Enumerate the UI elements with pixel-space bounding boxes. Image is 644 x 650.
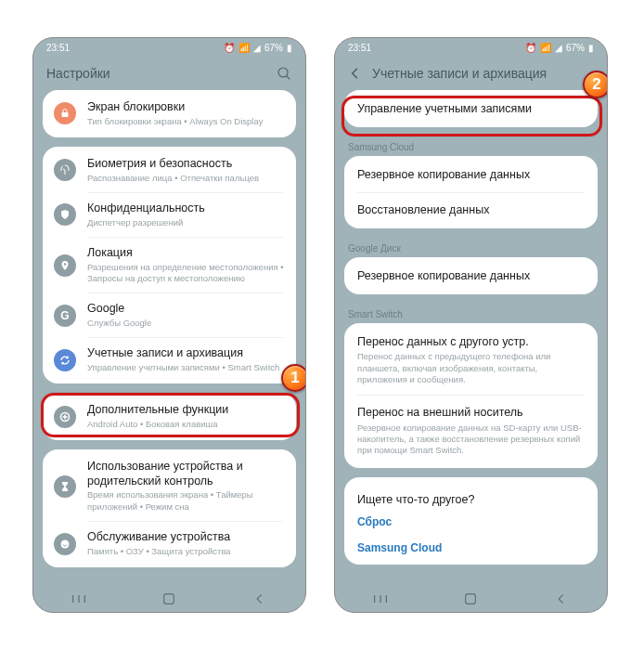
row-subtitle: Резервное копирование данных на SD-карту…: [357, 422, 585, 457]
card: Резервное копирование данных Восстановле…: [344, 156, 598, 228]
svg-rect-2: [62, 112, 69, 117]
nav-back[interactable]: [251, 590, 269, 608]
row-title: Перенос на внешний носитель: [357, 405, 585, 420]
finger-icon: [54, 159, 76, 181]
sync-icon: [54, 349, 76, 371]
section-samsung-cloud: Samsung Cloud: [344, 136, 598, 156]
shield-icon: [54, 203, 76, 226]
row-title: Управление учетными записями: [357, 101, 585, 116]
card: Управление учетными записями: [344, 90, 598, 127]
accounts-list[interactable]: Управление учетными записями Samsung Clo…: [335, 90, 607, 586]
status-right: ⏰ 📶 ◢ 67% ▮: [224, 43, 292, 53]
nav-back[interactable]: [552, 590, 571, 608]
card: Дополнительные функции Android Auto • Бо…: [43, 393, 296, 440]
back-button[interactable]: [348, 66, 363, 81]
signal-icon: ◢: [555, 43, 562, 53]
status-bar: 23:51 ⏰ 📶 ◢ 67% ▮: [335, 38, 607, 57]
link-reset[interactable]: Сброс: [344, 509, 598, 535]
card: Биометрия и безопасность Распознавание л…: [43, 147, 296, 384]
row-subtitle: Тип блокировки экрана • Always On Displa…: [87, 116, 285, 127]
battery-icon: ▮: [588, 43, 594, 53]
other-question: Ищете что-то другое?: [344, 483, 598, 509]
row-title: Локация: [87, 246, 285, 261]
row-transfer-ext[interactable]: Перенос на внешний носитель Резервное ко…: [344, 396, 598, 465]
card: Перенос данных с другого устр. Перенос д…: [344, 323, 598, 468]
section-google-drive: Google Диск: [344, 238, 598, 257]
signal-icon: ◢: [253, 43, 261, 53]
row-title: Перенос данных с другого устр.: [357, 334, 585, 349]
row-title: Google: [87, 302, 285, 317]
row-subtitle: Android Auto • Боковая клавиша: [87, 419, 285, 430]
phone-right: 23:51 ⏰ 📶 ◢ 67% ▮ Учетные записи и архив…: [334, 37, 608, 613]
row-backup-sc[interactable]: Резервное копирование данных: [344, 158, 598, 191]
wifi-icon: 📶: [238, 43, 250, 53]
status-time: 23:51: [46, 43, 70, 53]
nav-recents[interactable]: [70, 590, 88, 608]
row-title: Учетные записи и архивация: [87, 346, 285, 361]
row-advanced[interactable]: Дополнительные функции Android Auto • Бо…: [43, 395, 296, 438]
search-icon[interactable]: [277, 66, 292, 82]
nav-recents[interactable]: [371, 590, 390, 608]
nav-home[interactable]: [461, 590, 480, 608]
row-wellbeing[interactable]: Использование устройства и родительский …: [43, 451, 296, 521]
svg-rect-11: [164, 594, 174, 604]
row-title: Резервное копирование данных: [357, 268, 585, 283]
row-title: Конфиденциальность: [87, 202, 285, 216]
battery-text: 67%: [566, 43, 585, 53]
row-title: Экран блокировки: [87, 100, 285, 115]
row-transfer-from[interactable]: Перенос данных с другого устр. Перенос д…: [344, 325, 598, 395]
badge-2: 2: [583, 71, 608, 98]
battery-icon: ▮: [287, 43, 292, 53]
row-title: Использование устройства и родительский …: [87, 460, 285, 488]
row-manage-accounts[interactable]: Управление учетными записями: [344, 92, 598, 125]
row-google[interactable]: G Google Службы Google: [43, 293, 296, 337]
svg-line-1: [287, 75, 290, 79]
row-title: Резервное копирование данных: [357, 167, 585, 182]
row-biometrics[interactable]: Биометрия и безопасность Распознавание л…: [43, 149, 296, 192]
row-subtitle: Разрешения на определение местоположения…: [87, 262, 285, 285]
svg-point-7: [61, 540, 70, 548]
settings-list[interactable]: Экран блокировки Тип блокировки экрана •…: [33, 90, 305, 586]
row-subtitle: Время использования экрана • Таймеры при…: [87, 489, 285, 513]
row-restore-sc[interactable]: Восстановление данных: [344, 193, 598, 227]
card: Использование устройства и родительский …: [43, 449, 296, 567]
row-subtitle: Распознавание лица • Отпечатки пальцев: [87, 173, 285, 184]
row-subtitle: Перенос данных с предыдущего телефона ил…: [357, 351, 585, 385]
care-icon: [54, 533, 76, 555]
row-title: Биометрия и безопасность: [87, 157, 285, 172]
nav-home[interactable]: [160, 590, 178, 608]
row-accounts[interactable]: Учетные записи и архивация Управление уч…: [43, 338, 296, 382]
row-lockscreen[interactable]: Экран блокировки Тип блокировки экрана •…: [43, 92, 296, 136]
row-title: Обслуживание устройства: [87, 530, 285, 545]
header-left: Настройки: [33, 57, 305, 90]
svg-point-0: [278, 68, 288, 77]
page-title: Настройки: [46, 66, 277, 81]
link-samsung-cloud[interactable]: Samsung Cloud: [344, 535, 598, 561]
wifi-icon: 📶: [540, 43, 551, 53]
row-title: Дополнительные функции: [87, 403, 285, 418]
status-time: 23:51: [348, 43, 371, 53]
lock-icon: [54, 102, 76, 124]
badge-1: 1: [281, 364, 306, 392]
page-title: Учетные записи и архивация: [372, 66, 594, 81]
header-right: Учетные записи и архивация: [335, 57, 607, 90]
nav-bar: [33, 586, 305, 612]
row-subtitle: Управление учетными записями • Smart Swi…: [87, 362, 285, 373]
svg-rect-15: [466, 594, 476, 604]
card-other: Ищете что-то другое? Сброс Samsung Cloud: [344, 477, 598, 565]
row-subtitle: Службы Google: [87, 318, 285, 329]
row-privacy[interactable]: Конфиденциальность Диспетчер разрешений: [43, 193, 296, 237]
card: Резервное копирование данных: [344, 257, 598, 294]
pin-icon: [54, 254, 76, 277]
row-backup-gd[interactable]: Резервное копирование данных: [344, 259, 598, 292]
card: Экран блокировки Тип блокировки экрана •…: [43, 90, 296, 137]
status-bar: 23:51 ⏰ 📶 ◢ 67% ▮: [33, 38, 305, 57]
row-location[interactable]: Локация Разрешения на определение местоп…: [43, 238, 296, 292]
row-devicecare[interactable]: Обслуживание устройства Память • ОЗУ • З…: [43, 522, 296, 566]
row-subtitle: Память • ОЗУ • Защита устройства: [87, 546, 285, 557]
nav-bar: [335, 586, 607, 612]
row-title: Ищете что-то другое?: [357, 492, 585, 507]
plus-icon: [54, 406, 76, 428]
alarm-icon: ⏰: [525, 43, 536, 53]
svg-point-3: [64, 263, 67, 266]
